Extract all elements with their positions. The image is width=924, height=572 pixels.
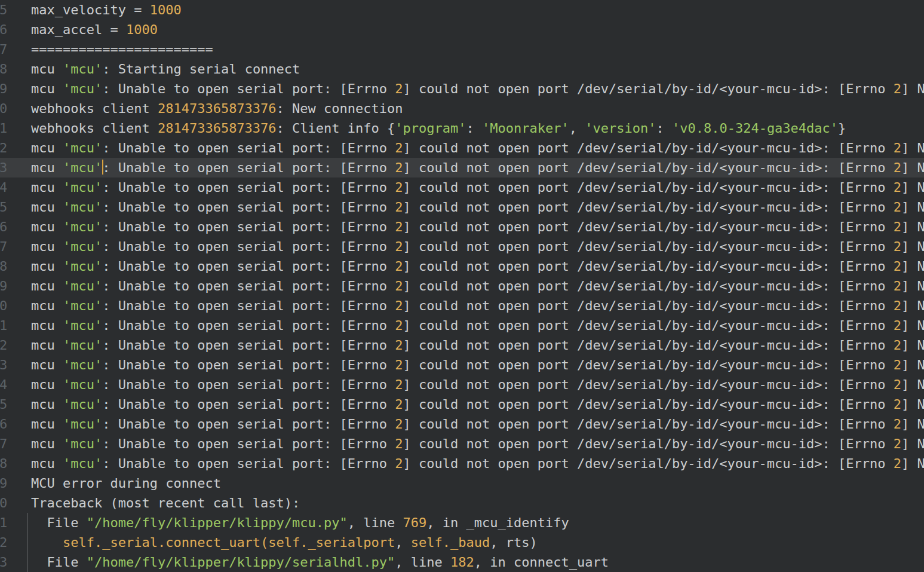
line-number[interactable]: 9 (0, 276, 7, 296)
line-text: max_velocity = 1000 (31, 0, 182, 20)
log-line[interactable]: 2 self._serial.connect_uart(self._serial… (0, 533, 924, 552)
string-token: 'mcu' (63, 200, 102, 215)
log-line-current[interactable]: 3mcu 'mcu': Unable to open serial port: … (0, 158, 924, 178)
log-line[interactable]: 5mcu 'mcu': Unable to open serial port: … (0, 197, 924, 217)
line-text: mcu 'mcu': Unable to open serial port: [… (31, 276, 924, 296)
log-line[interactable]: 7mcu 'mcu': Unable to open serial port: … (0, 237, 924, 256)
line-text: mcu 'mcu': Unable to open serial port: [… (31, 375, 924, 394)
log-line[interactable]: 7mcu 'mcu': Unable to open serial port: … (0, 434, 924, 454)
line-text: mcu 'mcu': Unable to open serial port: [… (31, 316, 924, 335)
number-token: 2 (894, 397, 901, 412)
line-number[interactable]: 0 (0, 493, 7, 513)
log-line[interactable]: 8mcu 'mcu': Unable to open serial port: … (0, 454, 924, 473)
number-token: 2 (395, 239, 403, 254)
text-token: ] No (901, 140, 924, 155)
line-number[interactable]: 8 (0, 59, 7, 79)
log-line[interactable]: 6max_accel = 1000 (0, 20, 924, 39)
line-number[interactable]: 5 (0, 394, 7, 414)
line-number[interactable]: 2 (0, 533, 7, 552)
line-number[interactable]: 1 (0, 118, 7, 138)
log-line[interactable]: 9mcu 'mcu': Unable to open serial port: … (0, 79, 924, 99)
log-line[interactable]: 1mcu 'mcu': Unable to open serial port: … (0, 316, 924, 335)
line-number[interactable]: 6 (0, 217, 7, 237)
line-text: mcu 'mcu': Unable to open serial port: [… (31, 355, 924, 375)
log-line[interactable]: 0mcu 'mcu': Unable to open serial port: … (0, 296, 924, 316)
log-line[interactable]: 0webhooks client 281473365873376: New co… (0, 99, 924, 118)
log-line[interactable]: 3mcu 'mcu': Unable to open serial port: … (0, 355, 924, 375)
number-token: 2 (894, 417, 901, 432)
line-number[interactable]: 1 (0, 316, 7, 335)
text-token: ] No (901, 318, 924, 333)
line-number[interactable]: 7 (0, 39, 7, 59)
log-line[interactable]: 1webhooks client 281473365873376: Client… (0, 118, 924, 138)
line-number[interactable]: 3 (0, 158, 7, 178)
line-number[interactable]: 3 (0, 552, 7, 572)
text-token: : Unable to open serial port: [Errno (102, 239, 395, 254)
text-token: ] could not open port /dev/serial/by-id/… (403, 318, 894, 333)
line-number[interactable]: 2 (0, 138, 7, 158)
log-line[interactable]: 7======================= (0, 39, 924, 59)
number-token: 2 (395, 338, 403, 353)
log-line[interactable]: 6mcu 'mcu': Unable to open serial port: … (0, 217, 924, 237)
log-line[interactable]: 1 File "/home/fly/klipper/klippy/mcu.py"… (0, 513, 924, 533)
number-token: 2 (894, 239, 901, 254)
number-token: 2 (894, 357, 901, 372)
log-line[interactable]: 9MCU error during connect (0, 473, 924, 493)
line-number[interactable]: 7 (0, 237, 7, 256)
line-number[interactable]: 6 (0, 20, 7, 39)
log-line[interactable]: 0Traceback (most recent call last): (0, 493, 924, 513)
line-number[interactable]: 4 (0, 375, 7, 394)
line-number[interactable]: 5 (0, 0, 7, 20)
text-token: mcu (31, 200, 63, 215)
log-line[interactable]: 2mcu 'mcu': Unable to open serial port: … (0, 138, 924, 158)
text-token: ======================= (31, 42, 213, 57)
log-line[interactable]: 4mcu 'mcu': Unable to open serial port: … (0, 178, 924, 197)
line-number[interactable]: 7 (0, 434, 7, 454)
line-number[interactable]: 9 (0, 473, 7, 493)
string-token: 'mcu' (63, 219, 102, 234)
text-token: mcu (31, 436, 63, 451)
number-token: 2 (894, 377, 901, 392)
text-token: ] could not open port /dev/serial/by-id/… (403, 456, 894, 471)
log-line[interactable]: 8mcu 'mcu': Unable to open serial port: … (0, 256, 924, 276)
log-line[interactable]: 8mcu 'mcu': Starting serial connect (0, 59, 924, 79)
text-token: ] No (901, 436, 924, 451)
line-number[interactable]: 9 (0, 79, 7, 99)
log-line[interactable]: 6mcu 'mcu': Unable to open serial port: … (0, 414, 924, 434)
line-text: mcu 'mcu': Unable to open serial port: [… (31, 414, 924, 434)
line-number[interactable]: 0 (0, 99, 7, 118)
log-line[interactable]: 5max_velocity = 1000 (0, 0, 924, 20)
string-token: 'mcu' (63, 397, 102, 412)
line-number[interactable]: 1 (0, 513, 7, 533)
number-token: 2 (894, 279, 901, 293)
line-number[interactable]: 4 (0, 178, 7, 197)
number-token: 2 (395, 81, 403, 96)
line-number[interactable]: 6 (0, 414, 7, 434)
text-token: : Unable to open serial port: [Errno (102, 279, 395, 293)
text-token: max_accel = (31, 22, 126, 37)
number-token: 2 (894, 140, 901, 155)
line-number[interactable]: 8 (0, 256, 7, 276)
log-line[interactable]: 5mcu 'mcu': Unable to open serial port: … (0, 394, 924, 414)
log-line[interactable]: 9mcu 'mcu': Unable to open serial port: … (0, 276, 924, 296)
text-token: ] No (901, 180, 924, 195)
text-token: mcu (31, 219, 63, 234)
number-token: 2 (395, 140, 403, 155)
line-number[interactable]: 8 (0, 454, 7, 473)
line-text: self._serial.connect_uart(self._serialpo… (31, 533, 538, 552)
text-token: ] could not open port /dev/serial/by-id/… (403, 239, 894, 254)
text-token: : New connection (277, 101, 403, 116)
text-token: : Unable to open serial port: [Errno (102, 200, 395, 215)
text-token: : (466, 121, 483, 136)
log-line[interactable]: 3 File "/home/fly/klipper/klippy/serialh… (0, 552, 924, 572)
line-text: Traceback (most recent call last): (31, 493, 300, 513)
log-line[interactable]: 2mcu 'mcu': Unable to open serial port: … (0, 335, 924, 355)
editor-pane[interactable]: 5max_velocity = 10006max_accel = 10007==… (0, 0, 924, 572)
number-token: 2 (894, 180, 901, 195)
text-token: ] could not open port /dev/serial/by-id/… (403, 259, 894, 274)
line-number[interactable]: 0 (0, 296, 7, 316)
line-number[interactable]: 3 (0, 355, 7, 375)
line-number[interactable]: 5 (0, 197, 7, 217)
log-line[interactable]: 4mcu 'mcu': Unable to open serial port: … (0, 375, 924, 394)
line-number[interactable]: 2 (0, 335, 7, 355)
